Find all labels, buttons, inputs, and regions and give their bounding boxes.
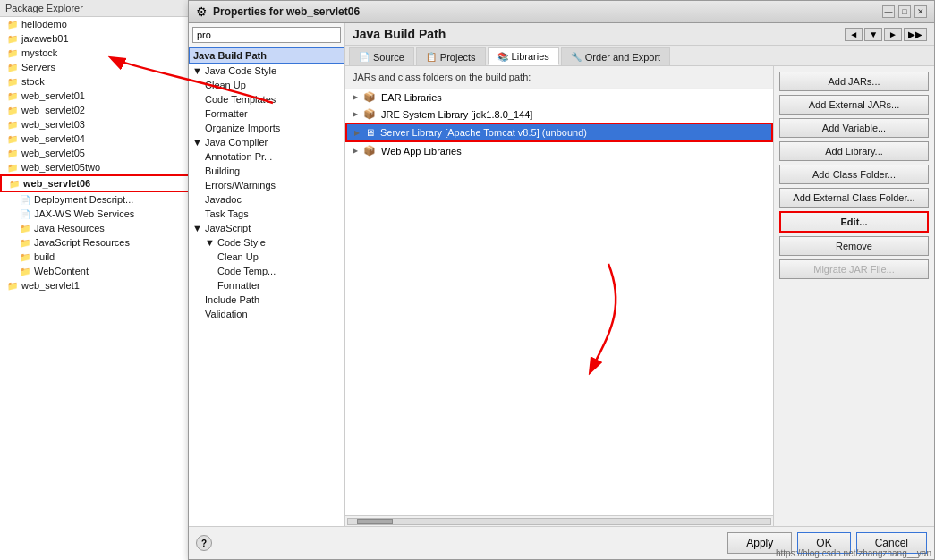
settings-tree-item[interactable]: Task Tags <box>189 207 344 221</box>
settings-tree-item[interactable]: Errors/Warnings <box>189 178 344 192</box>
eclipse-tree-item[interactable]: 📁web_servlet06 <box>0 174 191 192</box>
library-item[interactable]: ▶📦EAR Libraries <box>345 89 773 106</box>
eclipse-tree-item[interactable]: 📁Java Resources <box>0 221 191 235</box>
right-panel-header: Java Build Path ◄ ▼ ► ▶▶ <box>345 23 934 46</box>
minimize-button[interactable]: — <box>882 5 895 18</box>
settings-tree-item[interactable]: Code Templates <box>189 92 344 106</box>
library-item[interactable]: ▶📦Web App Libraries <box>345 142 773 159</box>
bottom-left: ? <box>196 535 212 551</box>
eclipse-tree-item[interactable]: 📁web_servlet02 <box>0 103 191 117</box>
projects-tab-icon: 📋 <box>426 52 437 62</box>
expand-arrow: ▶ <box>353 147 358 155</box>
properties-dialog: ⚙ Properties for web_servlet06 — □ ✕ Jav… <box>188 0 935 560</box>
library-item[interactable]: ▶📦JRE System Library [jdk1.8.0_144] <box>345 106 773 123</box>
nav-extra-button[interactable]: ▶▶ <box>904 28 927 41</box>
eclipse-tree-item[interactable]: 📁web_servlet05two <box>0 160 191 174</box>
tree-item-label: WebContent <box>34 266 89 276</box>
eclipse-tree-item[interactable]: 📁stock <box>0 74 191 89</box>
eclipse-tree-item[interactable]: 📁web_servlet01 <box>0 89 191 103</box>
tree-item-label: hellodemo <box>21 19 67 30</box>
settings-tree-item[interactable]: Include Path <box>189 293 344 307</box>
scroll-track <box>347 518 771 525</box>
eclipse-tree-item[interactable]: 📁web_servlet1 <box>0 278 191 293</box>
back-button[interactable]: ◄ <box>845 28 863 41</box>
settings-tree-item[interactable]: Validation <box>189 307 344 321</box>
tab-source[interactable]: 📄 Source <box>349 47 414 65</box>
tree-item-icon: 📁 <box>7 34 18 44</box>
remove-button[interactable]: Remove <box>779 236 929 256</box>
forward-button[interactable]: ► <box>884 28 902 41</box>
eclipse-tree-item[interactable]: 📁WebContent <box>0 264 191 278</box>
tree-item-label: JAX-WS Web Services <box>34 208 134 219</box>
settings-tree-item[interactable]: Formatter <box>189 278 344 293</box>
settings-tree-item[interactable]: Code Temp... <box>189 264 344 278</box>
tree-item-label: Servers <box>21 62 55 72</box>
settings-tree-item[interactable]: ▼ Java Compiler <box>189 135 344 149</box>
tree-item-icon: 📁 <box>7 48 18 58</box>
add-external-class-folder-button[interactable]: Add External Class Folder... <box>779 188 929 208</box>
horizontal-scrollbar[interactable] <box>345 515 773 526</box>
eclipse-tree-item[interactable]: 📁javaweb01 <box>0 31 191 46</box>
tree-item-icon: 📁 <box>7 163 18 173</box>
settings-tree-item[interactable]: Javadoc <box>189 192 344 207</box>
tab-order-export-label: Order and Export <box>585 52 660 63</box>
help-button[interactable]: ? <box>196 535 212 551</box>
tree-item-label: build <box>34 251 55 262</box>
tree-item-icon: 📁 <box>20 252 30 262</box>
eclipse-tree-item[interactable]: 📁web_servlet03 <box>0 117 191 132</box>
tree-item-label: stock <box>21 76 45 87</box>
add-library-button[interactable]: Add Library... <box>779 141 929 161</box>
eclipse-tree-item[interactable]: 📄Deployment Descript... <box>0 192 191 207</box>
tree-item-icon: 📁 <box>7 20 18 30</box>
settings-tree-item[interactable]: ▼ Code Style <box>189 235 344 250</box>
settings-tree-item[interactable]: ▼ Java Code Style <box>189 64 344 78</box>
tree-item-label: web_servlet04 <box>21 133 85 144</box>
add-class-folder-button[interactable]: Add Class Folder... <box>779 165 929 184</box>
tree-item-label: web_servlet03 <box>21 119 85 130</box>
add-external-jars-button[interactable]: Add External JARs... <box>779 95 929 115</box>
eclipse-tree-item[interactable]: 📁mystock <box>0 46 191 60</box>
lib-label: EAR Libraries <box>381 92 442 103</box>
right-content-panel: Java Build Path ◄ ▼ ► ▶▶ 📄 Source 📋 Proj… <box>345 23 934 526</box>
settings-tree-item[interactable]: Java Build Path <box>189 47 344 64</box>
tree-item-label: Deployment Descript... <box>34 194 133 205</box>
lib-icon: 📦 <box>363 91 376 103</box>
eclipse-tree-item[interactable]: 📁Servers <box>0 60 191 74</box>
tab-libraries[interactable]: 📚 Libraries <box>488 47 559 65</box>
navigation-arrows: ◄ ▼ ► ▶▶ <box>845 28 927 41</box>
tree-item-label: web_servlet01 <box>21 90 85 101</box>
tree-item-icon: 📁 <box>7 106 18 115</box>
tree-item-icon: 📁 <box>9 179 20 189</box>
settings-tree-item[interactable]: Clean Up <box>189 78 344 92</box>
settings-tree-item[interactable]: Clean Up <box>189 250 344 264</box>
eclipse-tree-item[interactable]: 📁web_servlet04 <box>0 132 191 146</box>
dropdown-button[interactable]: ▼ <box>864 28 882 41</box>
settings-tree-item[interactable]: ▼ JavaScript <box>189 221 344 235</box>
library-item[interactable]: ▶🖥Server Library [Apache Tomcat v8.5] (u… <box>345 123 773 142</box>
settings-tree-item[interactable]: Formatter <box>189 106 344 121</box>
tab-projects[interactable]: 📋 Projects <box>416 47 486 65</box>
edit-button[interactable]: Edit... <box>779 211 929 233</box>
settings-tree-item[interactable]: Organize Imports <box>189 121 344 135</box>
tree-header: Package Explorer <box>0 0 191 17</box>
expand-arrow: ▶ <box>353 110 358 118</box>
eclipse-tree-item[interactable]: 📁hellodemo <box>0 17 191 31</box>
left-settings-panel: Java Build Path▼ Java Code StyleClean Up… <box>189 23 345 526</box>
settings-tree-item[interactable]: Building <box>189 164 344 178</box>
tree-item-label: Java Resources <box>34 223 105 233</box>
close-button[interactable]: ✕ <box>914 5 927 18</box>
eclipse-tree-item[interactable]: 📄JAX-WS Web Services <box>0 207 191 221</box>
source-tab-icon: 📄 <box>359 52 370 62</box>
settings-tree-item[interactable]: Annotation Pr... <box>189 149 344 164</box>
tree-item-label: JavaScript Resources <box>34 237 130 248</box>
maximize-button[interactable]: □ <box>898 5 911 18</box>
eclipse-tree-item[interactable]: 📁build <box>0 250 191 264</box>
tree-item-icon: 📄 <box>20 195 30 205</box>
add-jars-button[interactable]: Add JARs... <box>779 72 929 91</box>
eclipse-tree-item[interactable]: 📁JavaScript Resources <box>0 235 191 250</box>
tab-order-export[interactable]: 🔧 Order and Export <box>561 47 670 65</box>
settings-search-input[interactable] <box>192 27 341 43</box>
eclipse-tree-item[interactable]: 📁web_servlet05 <box>0 146 191 160</box>
add-variable-button[interactable]: Add Variable... <box>779 118 929 138</box>
tree-item-icon: 📁 <box>7 91 18 101</box>
